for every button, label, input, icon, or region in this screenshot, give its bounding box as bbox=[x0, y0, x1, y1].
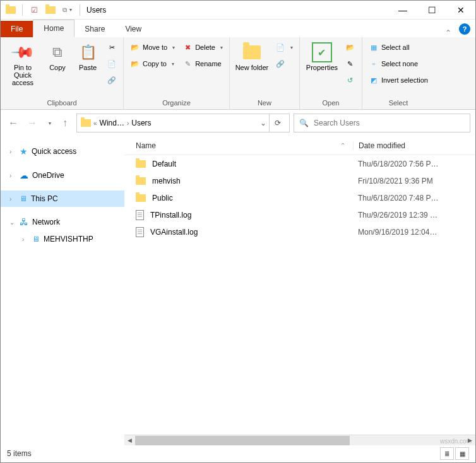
nav-quick-access[interactable]: ›★Quick access bbox=[1, 143, 124, 160]
new-item-button[interactable]: 📄 bbox=[273, 40, 295, 55]
item-list: DefaultThu/6/18/2020 7:56 P…mehvishFri/1… bbox=[124, 155, 475, 435]
view-icons-button[interactable]: ▦ bbox=[455, 447, 469, 460]
refresh-button[interactable]: ⟳ bbox=[269, 114, 285, 132]
item-name: mehvish bbox=[152, 177, 181, 185]
network-icon: 🖧 bbox=[20, 217, 28, 227]
address-seg-2[interactable]: Users bbox=[131, 119, 151, 127]
chevron-right-icon[interactable]: › bbox=[9, 196, 16, 202]
pin-icon: 📌 bbox=[8, 38, 37, 66]
nav-this-pc[interactable]: ›🖥This PC bbox=[1, 190, 124, 207]
search-input[interactable] bbox=[314, 119, 465, 127]
chevron-right-icon[interactable]: › bbox=[22, 236, 28, 243]
move-to-icon: 📂 bbox=[130, 42, 140, 52]
tab-home[interactable]: Home bbox=[33, 20, 74, 37]
nav-onedrive[interactable]: ›☁OneDrive bbox=[1, 167, 124, 184]
select-none-icon: ▫ bbox=[369, 59, 379, 69]
qat-newfolder-icon[interactable] bbox=[43, 3, 58, 18]
sort-asc-icon[interactable]: ⌃ bbox=[340, 142, 345, 149]
copy-path-button[interactable]: 📄 bbox=[104, 56, 119, 71]
file-row[interactable]: DefaultThu/6/18/2020 7:56 P… bbox=[124, 155, 475, 172]
group-select-label: Select bbox=[366, 98, 431, 109]
rename-icon: ✎ bbox=[182, 59, 193, 69]
status-bar: 5 items ≣ ▦ bbox=[1, 445, 475, 462]
open-button[interactable]: 📂 bbox=[343, 40, 358, 55]
chevron-down-icon[interactable]: ⌄ bbox=[9, 219, 16, 226]
view-details-button[interactable]: ≣ bbox=[440, 447, 454, 460]
chevron-right-icon[interactable]: › bbox=[127, 120, 129, 127]
window-title: Users bbox=[86, 6, 106, 15]
copy-to-icon: 📂 bbox=[130, 59, 140, 69]
new-folder-icon bbox=[242, 42, 262, 62]
new-item-icon: 📄 bbox=[275, 42, 285, 52]
close-button[interactable]: ✕ bbox=[446, 1, 475, 20]
tab-share[interactable]: Share bbox=[74, 21, 115, 37]
address-bar[interactable]: « Wind… › Users ⌄ ⟳ bbox=[76, 114, 290, 132]
paste-shortcut-button[interactable]: 🔗 bbox=[104, 73, 119, 88]
column-name[interactable]: Name⌃ bbox=[124, 141, 353, 150]
group-clipboard-label: Clipboard bbox=[4, 98, 119, 109]
paste-button[interactable]: 📋 Paste bbox=[74, 40, 102, 71]
search-box[interactable]: 🔍 bbox=[294, 114, 470, 132]
folder-icon[interactable] bbox=[3, 3, 18, 18]
address-dropdown-icon[interactable]: ⌄ bbox=[260, 119, 266, 127]
recent-locations-button[interactable] bbox=[44, 115, 54, 131]
cut-button[interactable]: ✂ bbox=[104, 40, 119, 55]
pc-icon: 🖥 bbox=[20, 194, 27, 203]
paste-icon: 📋 bbox=[78, 42, 98, 62]
search-icon: 🔍 bbox=[299, 119, 309, 127]
tab-file[interactable]: File bbox=[1, 21, 33, 37]
qat-customize-icon[interactable]: ⧉ bbox=[59, 3, 74, 18]
minimize-button[interactable]: — bbox=[388, 1, 417, 20]
file-row[interactable]: VGAinstall.logMon/9/16/2019 12:04… bbox=[124, 223, 475, 240]
select-none-button[interactable]: ▫Select none bbox=[366, 56, 431, 71]
history-icon: ↺ bbox=[345, 75, 355, 85]
qat-properties-icon[interactable]: ☑ bbox=[27, 3, 42, 18]
group-clipboard: 📌 Pin to Quick access ⧉ Copy 📋 Paste ✂ 📄… bbox=[1, 37, 124, 109]
scroll-left-icon[interactable]: ◀ bbox=[124, 437, 135, 443]
content-pane: Name⌃ Date modified DefaultThu/6/18/2020… bbox=[124, 136, 475, 445]
file-row[interactable]: PublicThu/6/18/2020 7:48 P… bbox=[124, 189, 475, 206]
move-to-button[interactable]: 📂Move to bbox=[128, 40, 177, 55]
tab-view[interactable]: View bbox=[115, 21, 152, 37]
chevron-right-icon[interactable]: › bbox=[9, 172, 16, 179]
invert-selection-button[interactable]: ◩Invert selection bbox=[366, 73, 431, 88]
chevron-right-icon[interactable]: › bbox=[9, 148, 16, 155]
maximize-button[interactable]: ☐ bbox=[417, 1, 446, 20]
copy-path-icon: 📄 bbox=[107, 59, 117, 69]
rename-button[interactable]: ✎Rename bbox=[180, 56, 225, 71]
file-row[interactable]: mehvishFri/10/8/2021 9:36 PM bbox=[124, 172, 475, 189]
file-row[interactable]: TPinstall.logThu/9/26/2019 12:39 … bbox=[124, 206, 475, 223]
ribbon-tabs: File Home Share View ⌃ ? bbox=[1, 20, 475, 37]
help-icon[interactable]: ? bbox=[459, 23, 470, 35]
up-button[interactable]: ↑ bbox=[57, 115, 73, 131]
pin-label: Pin to Quick access bbox=[4, 64, 41, 86]
folder-icon bbox=[136, 160, 146, 168]
edit-button[interactable]: ✎ bbox=[343, 56, 358, 71]
copy-button[interactable]: ⧉ Copy bbox=[44, 40, 71, 71]
chevron-left-icon[interactable]: « bbox=[93, 120, 97, 127]
group-new-label: New bbox=[234, 98, 295, 109]
collapse-ribbon-icon[interactable]: ⌃ bbox=[440, 28, 456, 37]
select-all-button[interactable]: ▦Select all bbox=[366, 40, 431, 55]
column-date[interactable]: Date modified bbox=[353, 141, 475, 150]
address-seg-1[interactable]: Wind… bbox=[100, 119, 124, 127]
back-button[interactable]: ← bbox=[6, 115, 21, 131]
easy-access-button[interactable]: 🔗 bbox=[273, 56, 295, 71]
pin-to-quick-access-button[interactable]: 📌 Pin to Quick access bbox=[4, 40, 41, 86]
new-folder-button[interactable]: New folder bbox=[234, 40, 270, 71]
properties-button[interactable]: ✔ Properties bbox=[304, 40, 340, 71]
scroll-thumb[interactable] bbox=[135, 436, 350, 445]
history-button[interactable]: ↺ bbox=[343, 73, 358, 88]
cut-icon: ✂ bbox=[107, 42, 117, 52]
delete-button[interactable]: ✖Delete bbox=[180, 40, 225, 55]
group-open: ✔ Properties 📂 ✎ ↺ Open bbox=[300, 37, 362, 109]
nav-network[interactable]: ⌄🖧Network bbox=[1, 213, 124, 231]
nav-computer[interactable]: ›🖥MEHVISHTHP bbox=[1, 231, 124, 247]
properties-label: Properties bbox=[306, 64, 338, 71]
folder-icon bbox=[136, 177, 146, 185]
copy-to-button[interactable]: 📂Copy to bbox=[128, 56, 177, 71]
address-folder-icon bbox=[81, 119, 91, 127]
horizontal-scrollbar[interactable]: ◀ ▶ bbox=[124, 435, 475, 445]
scroll-right-icon[interactable]: ▶ bbox=[465, 437, 475, 443]
forward-button[interactable]: → bbox=[25, 115, 40, 131]
